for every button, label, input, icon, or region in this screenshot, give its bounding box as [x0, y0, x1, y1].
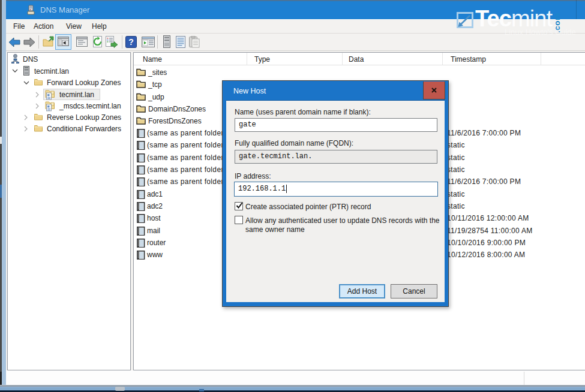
svg-text:?: ?	[128, 37, 134, 47]
